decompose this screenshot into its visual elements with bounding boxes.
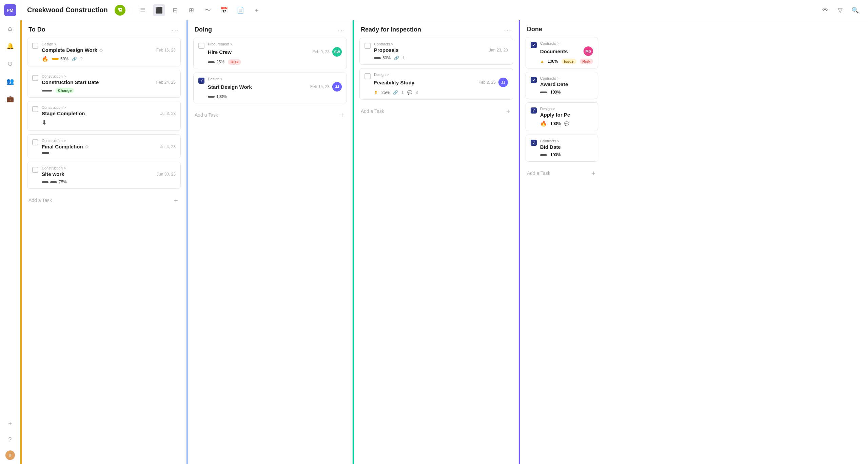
list-view-icon[interactable]: ☰ <box>137 4 149 16</box>
document-view-icon[interactable]: 📄 <box>234 4 246 16</box>
gantt-view-icon[interactable]: 〜 <box>202 4 214 16</box>
app-logo[interactable]: PM <box>4 4 16 16</box>
task-category: Construction > <box>42 139 176 143</box>
task-name: Feasibility Study <box>374 80 414 85</box>
column-doing: Doing ··· Procurement > Hire Crew <box>186 20 353 464</box>
task-checkbox[interactable] <box>531 140 537 146</box>
task-progress: 100% <box>548 59 558 64</box>
task-name: Award Date <box>540 81 593 87</box>
task-meta: ⬇ <box>42 119 176 126</box>
filter-icon[interactable]: ▽ <box>834 4 846 16</box>
link-icon: 🔗 <box>72 57 77 61</box>
link-count: 1 <box>401 90 404 95</box>
orange-arrow-icon: ⬆ <box>374 90 378 95</box>
topbar: Creekwood Construction 🏗 ☰ ⬛ ⊟ ⊞ 〜 📅 📄 ＋… <box>20 0 868 20</box>
column-doing-body: Procurement > Hire Crew Feb 9, 23 SW <box>188 38 352 464</box>
task-category: Construction > <box>42 74 176 78</box>
task-date: Feb 24, 23 <box>154 80 176 85</box>
add-view-icon[interactable]: ＋ <box>251 4 263 16</box>
board: To Do ··· Design > Complete Design Work <box>20 20 868 464</box>
task-name: Construction Start Date <box>42 79 99 85</box>
triangle-up-icon: ▲ <box>540 59 544 64</box>
comment-icon: 💬 <box>564 121 569 126</box>
table-view-icon[interactable]: ⊞ <box>185 4 198 16</box>
task-info: Contracts > Award Date 100% <box>540 76 593 95</box>
task-meta: 100% <box>540 90 593 95</box>
task-meta: 100% <box>208 94 342 99</box>
task-checkbox[interactable] <box>32 139 38 145</box>
task-checkbox[interactable] <box>32 43 38 49</box>
task-meta: 50% 🔗 1 <box>374 56 508 60</box>
task-name: Apply for Pe <box>540 112 593 118</box>
task-meta: ⬆ 25% 🔗 1 💬 3 <box>374 90 508 95</box>
work-icon[interactable]: 💼 <box>5 94 16 104</box>
user-avatar[interactable]: U <box>5 450 15 460</box>
project-avatar[interactable]: 🏗 <box>115 5 125 16</box>
link-count: 2 <box>80 57 83 61</box>
task-checkbox[interactable] <box>32 75 38 81</box>
task-category: Design > <box>540 107 593 111</box>
add-task-button[interactable]: Add a Task ＋ <box>526 165 598 181</box>
task-checkbox[interactable] <box>531 107 537 114</box>
column-todo-menu[interactable]: ··· <box>172 26 179 34</box>
add-task-button[interactable]: Add a Task ＋ <box>359 103 513 119</box>
task-name: Proposals <box>374 47 399 53</box>
task-date: Feb 16, 23 <box>154 48 176 53</box>
add-task-icon[interactable]: ＋ <box>173 196 179 205</box>
calendar-view-icon[interactable]: 📅 <box>218 4 230 16</box>
plus-icon[interactable]: ＋ <box>5 418 16 429</box>
task-name: Hire Crew <box>208 49 232 55</box>
avatar: JJ <box>332 82 342 92</box>
column-ready-menu[interactable]: ··· <box>504 26 512 34</box>
column-done-header: Done <box>520 20 604 37</box>
task-info: Design > Start Design Work Feb 15, 23 JJ <box>208 77 342 99</box>
task-checkbox[interactable] <box>364 43 371 49</box>
task-category: Procurement > <box>208 42 342 46</box>
watch-icon[interactable]: 👁 <box>819 4 831 16</box>
task-category: Contracts > <box>540 76 593 80</box>
recent-icon[interactable]: ⊙ <box>5 58 16 69</box>
fire-icon: 🔥 <box>540 120 547 127</box>
task-checkbox[interactable] <box>364 73 371 79</box>
task-progress: 25% <box>208 60 224 64</box>
task-checkbox[interactable] <box>531 77 537 83</box>
task-progress: 100% <box>208 94 227 99</box>
task-card: Contracts > Proposals Jan 23, 23 <box>359 38 513 65</box>
task-progress: 75% <box>42 180 67 184</box>
add-task-label: Add a Task <box>361 108 384 114</box>
board-view-icon[interactable]: ⬛ <box>153 4 165 16</box>
home-icon[interactable]: ⌂ <box>5 23 16 34</box>
task-checkbox[interactable] <box>198 43 204 49</box>
add-task-button[interactable]: Add a Task ＋ <box>193 107 347 123</box>
task-checkbox[interactable] <box>198 78 204 84</box>
task-info: Design > Apply for Pe 🔥 100% 💬 <box>540 107 593 127</box>
task-card: Construction > Construction Start Date F… <box>27 70 181 98</box>
task-name: Stage Completion <box>42 110 85 116</box>
link-icon: 🔗 <box>393 90 398 95</box>
column-doing-menu[interactable]: ··· <box>338 26 346 34</box>
fire-icon: 🔥 <box>42 56 48 62</box>
task-info: Construction > Final Completion ◇ Jul 4,… <box>42 139 176 154</box>
split-view-icon[interactable]: ⊟ <box>169 4 181 16</box>
task-checkbox[interactable] <box>32 167 38 173</box>
sidebar: PM ⌂ 🔔 ⊙ 👥 💼 ＋ ? U <box>0 0 20 464</box>
column-ready: Ready for Inspection ··· Contracts > Pro… <box>353 20 519 464</box>
task-card: Construction > Final Completion ◇ Jul 4,… <box>27 134 181 158</box>
task-checkbox[interactable] <box>531 42 537 48</box>
add-task-icon[interactable]: ＋ <box>590 168 597 178</box>
task-checkbox[interactable] <box>32 106 38 112</box>
notifications-icon[interactable]: 🔔 <box>5 41 16 52</box>
add-task-icon[interactable]: ＋ <box>339 110 346 119</box>
add-task-icon[interactable]: ＋ <box>505 106 512 116</box>
task-name: Final Completion ◇ <box>42 144 88 149</box>
task-name: Start Design Work <box>208 84 252 90</box>
add-task-label: Add a Task <box>28 198 52 203</box>
help-icon[interactable]: ? <box>5 434 16 445</box>
task-category: Design > <box>208 77 342 81</box>
column-todo: To Do ··· Design > Complete Design Work <box>20 20 186 464</box>
task-meta: 🔥 100% 💬 <box>540 120 593 127</box>
search-icon[interactable]: 🔍 <box>849 4 861 16</box>
task-card: Design > Start Design Work Feb 15, 23 JJ <box>193 73 347 103</box>
add-task-button[interactable]: Add a Task ＋ <box>27 192 181 208</box>
team-icon[interactable]: 👥 <box>5 76 16 87</box>
